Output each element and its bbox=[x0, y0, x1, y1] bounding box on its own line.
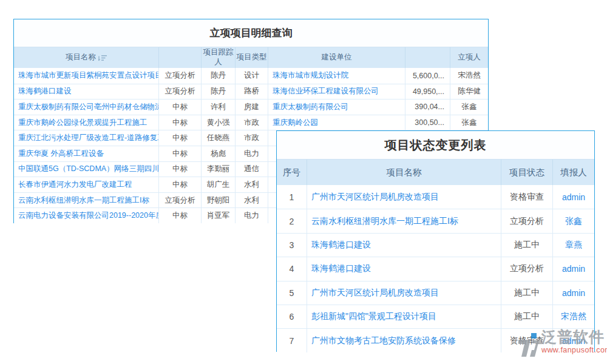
tracker-cell: 杨彪 bbox=[202, 146, 236, 161]
status-cell: 中标 bbox=[159, 177, 202, 192]
row-index-cell: 1 bbox=[277, 185, 307, 209]
reporter-link[interactable]: admin bbox=[553, 185, 594, 209]
project-name-link[interactable]: 云南电力设备安装有限公司2019--2020年度劳务 bbox=[14, 207, 159, 223]
column-header-label: 项目状态 bbox=[509, 167, 544, 178]
project-name-link[interactable]: 广州市天河区统计局机房改造项目 bbox=[307, 185, 501, 209]
project-name-link[interactable]: 重庆江北污水处理厂级改造工程-道路修复工程 bbox=[14, 130, 159, 146]
column-header: 序号 bbox=[277, 160, 307, 185]
tracker-cell: 野朝阳 bbox=[202, 192, 236, 208]
status-cell: 施工中 bbox=[501, 305, 553, 328]
project-name-link[interactable]: 珠海鹤港口建设 bbox=[14, 84, 159, 99]
unit-link[interactable]: 珠海信业环保工程建设有限公司 bbox=[268, 84, 405, 99]
table-header-row: 项目名称项目跟踪人项目类型建设单位立项人 bbox=[14, 47, 488, 68]
table-row: 重庆太极制药有限公司亳州中药材仓储物流基地中标许利房建重庆太极制药有限公司390… bbox=[14, 99, 488, 115]
status-cell: 施工中 bbox=[501, 233, 553, 257]
table-title: 立项项目明细查询 bbox=[14, 19, 488, 47]
reporter-link[interactable]: 章燕 bbox=[553, 233, 594, 257]
project-name-link[interactable]: 长春市伊通河水力发电厂改建工程 bbox=[14, 177, 159, 192]
project-name-link[interactable]: 珠海市城市更新项目紫桐苑安置点设计项目 bbox=[14, 68, 159, 84]
status-cell: 中标 bbox=[159, 99, 202, 115]
table-header-row: 序号项目名称项目状态填报人 bbox=[277, 159, 594, 185]
status-cell: 中标 bbox=[159, 207, 202, 223]
watermark: 泛普软件 www.fanpusoft.com bbox=[517, 328, 607, 361]
row-index-cell: 3 bbox=[277, 233, 307, 257]
unit-link[interactable]: 珠海市城市规划设计院 bbox=[268, 68, 405, 84]
table-row: 珠海鹤港口建设立项分析陈丹路桥珠海信业环保工程建设有限公司49,950,...陈… bbox=[14, 84, 488, 99]
initiator-cell: 张鑫 bbox=[450, 115, 488, 130]
project-name-link[interactable]: 云南水利枢纽潜明水库一期工程施工I标 bbox=[307, 209, 501, 232]
project-name-link[interactable]: 广州市文物考古工地安防系统设备保修 bbox=[307, 328, 501, 352]
table-row: 6彭祖新城"四馆"景观工程设计项目施工中宋浩然 bbox=[277, 305, 594, 328]
project-name-link[interactable]: 广州市天河区统计局机房改造项目 bbox=[307, 281, 501, 305]
unit-link[interactable]: 重庆太极制药有限公司 bbox=[268, 99, 405, 115]
initiator-cell: 宋浩然 bbox=[450, 68, 488, 84]
project-name-link[interactable]: 珠海鹤港口建设 bbox=[307, 233, 501, 257]
status-cell: 资格审查 bbox=[501, 185, 553, 209]
column-header-label: 建设单位 bbox=[322, 53, 352, 62]
initiator-cell: 陈华健 bbox=[450, 84, 488, 99]
table-row: 珠海市城市更新项目紫桐苑安置点设计项目立项分析陈丹设计珠海市城市规划设计院5,6… bbox=[14, 68, 488, 84]
table-row: 重庆市鹅岭公园绿化景观提升工程施工中标黄小强市政重庆鹅岭公园300,50...张… bbox=[14, 115, 488, 130]
status-cell: 立项分析 bbox=[501, 209, 553, 232]
amount-cell: 49,950,... bbox=[405, 84, 450, 99]
column-header-label: 项目跟踪人 bbox=[202, 48, 235, 67]
amount-cell: 300,50... bbox=[405, 115, 450, 130]
column-header bbox=[405, 47, 450, 68]
column-header-label: 项目类型 bbox=[237, 53, 267, 62]
project-name-link[interactable]: 彭祖新城"四馆"景观工程设计项目 bbox=[307, 305, 501, 328]
project-name-link[interactable]: 云南水利枢纽潜明水库一期工程施工I标 bbox=[14, 192, 159, 208]
project-name-link[interactable]: 珠海鹤港口建设 bbox=[307, 257, 501, 280]
amount-cell: 390,04... bbox=[405, 99, 450, 115]
tracker-cell: 陈丹 bbox=[202, 68, 236, 84]
amount-cell: 5,600,0... bbox=[405, 68, 450, 84]
tracker-cell: 黄小强 bbox=[202, 115, 236, 130]
status-cell: 中标 bbox=[159, 115, 202, 130]
column-header-label: 序号 bbox=[283, 167, 300, 178]
status-cell: 施工中 bbox=[501, 281, 553, 305]
column-header: 项目名称 bbox=[14, 47, 159, 68]
type-cell: 水利 bbox=[236, 177, 268, 192]
reporter-link[interactable]: 宋浩然 bbox=[553, 305, 594, 328]
row-index-cell: 7 bbox=[277, 328, 307, 352]
column-header-label: 填报人 bbox=[560, 167, 587, 178]
type-cell: 设计 bbox=[236, 68, 268, 84]
project-name-link[interactable]: 重庆太极制药有限公司亳州中药材仓储物流基地 bbox=[14, 99, 159, 115]
type-cell: 电力 bbox=[236, 207, 268, 223]
table-row: 4珠海鹤港口建设立项分析admin bbox=[277, 257, 594, 280]
column-header: 立项人 bbox=[450, 47, 488, 68]
watermark-url: www.fanpusoft.com bbox=[541, 346, 607, 354]
table-row: 1广州市天河区统计局机房改造项目资格审查admin bbox=[277, 185, 594, 209]
reporter-link[interactable]: admin bbox=[553, 257, 594, 280]
type-cell: 市政 bbox=[236, 130, 268, 146]
status-cell: 立项分析 bbox=[159, 192, 202, 208]
table-row: 2云南水利枢纽潜明水库一期工程施工I标立项分析张鑫 bbox=[277, 209, 594, 232]
table-row: 3珠海鹤港口建设施工中章燕 bbox=[277, 233, 594, 257]
reporter-link[interactable]: admin bbox=[553, 281, 594, 305]
table-row: 5广州市天河区统计局机房改造项目施工中admin bbox=[277, 281, 594, 305]
tracker-cell: 许利 bbox=[202, 99, 236, 115]
project-name-link[interactable]: 重庆华夏 外高桥工程设备 bbox=[14, 146, 159, 161]
project-name-link[interactable]: 中国联通5G（TD-SCDMA）网络三期四川工程 bbox=[14, 161, 159, 177]
type-cell: 房建 bbox=[236, 99, 268, 115]
tracker-cell: 肖亚军 bbox=[202, 207, 236, 223]
column-header-label: 项目名称 bbox=[387, 167, 422, 178]
column-header: 项目状态 bbox=[501, 160, 553, 185]
table-body: 1广州市天河区统计局机房改造项目资格审查admin2云南水利枢纽潜明水库一期工程… bbox=[277, 185, 594, 352]
sort-icon[interactable] bbox=[98, 55, 107, 61]
column-header: 项目跟踪人 bbox=[202, 47, 236, 68]
reporter-link[interactable]: 张鑫 bbox=[553, 209, 594, 232]
status-cell: 中标 bbox=[159, 130, 202, 146]
row-index-cell: 2 bbox=[277, 209, 307, 232]
status-cell: 立项分析 bbox=[159, 84, 202, 99]
project-name-link[interactable]: 重庆市鹅岭公园绿化景观提升工程施工 bbox=[14, 115, 159, 130]
watermark-brand: 泛普软件 bbox=[541, 328, 607, 346]
column-header: 项目名称 bbox=[307, 160, 501, 185]
status-cell: 立项分析 bbox=[159, 68, 202, 84]
status-cell: 中标 bbox=[159, 146, 202, 161]
unit-link[interactable]: 重庆鹅岭公园 bbox=[268, 115, 405, 130]
column-header: 建设单位 bbox=[268, 47, 405, 68]
status-cell: 立项分析 bbox=[501, 257, 553, 280]
row-index-cell: 4 bbox=[277, 257, 307, 280]
type-cell: 水利 bbox=[236, 192, 268, 208]
type-cell: 通信 bbox=[236, 161, 268, 177]
